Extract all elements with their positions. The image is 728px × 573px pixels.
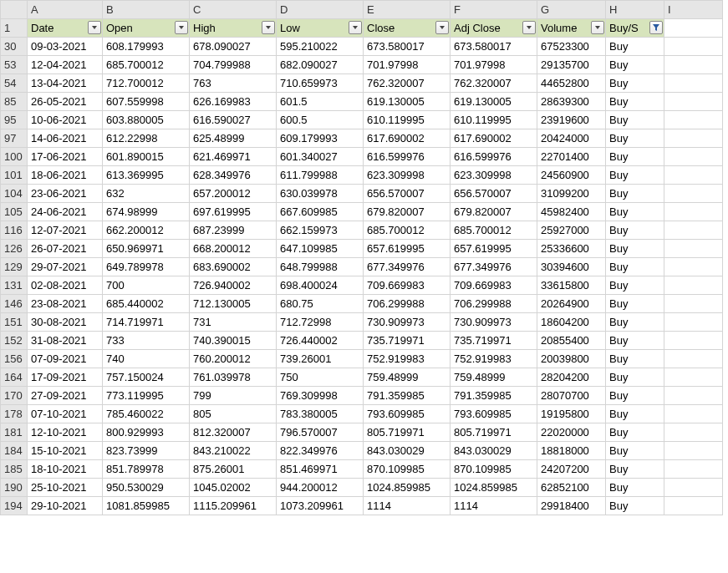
cell-low[interactable]: 769.309998 [277,387,364,405]
cell-close[interactable]: 616.599976 [364,148,451,166]
cell-empty[interactable] [664,313,723,332]
cell-open[interactable]: 650.969971 [103,240,190,258]
row-header[interactable]: 184 [1,442,28,460]
cell-low[interactable]: 750 [277,368,364,387]
cell-open[interactable]: 607.559998 [103,93,190,111]
cell-close[interactable]: 706.299988 [364,295,451,313]
cell-date[interactable]: 02-08-2021 [28,276,103,295]
cell-empty[interactable] [664,56,723,74]
cell-open[interactable]: 603.880005 [103,111,190,129]
cell-empty[interactable] [664,460,723,479]
cell-adjclose[interactable]: 843.030029 [451,442,537,460]
cell-close[interactable]: 656.570007 [364,185,451,203]
cell-low[interactable]: 662.159973 [277,221,364,240]
cell-buys[interactable]: Buy [606,460,664,479]
cell-high[interactable]: 760.200012 [190,350,277,368]
col-header-a[interactable]: A [28,1,103,19]
header-cell-volume[interactable]: Volume [537,19,606,38]
cell-open[interactable]: 712.700012 [103,74,190,93]
cell-close[interactable]: 673.580017 [364,38,451,56]
cell-empty[interactable] [664,74,723,93]
header-cell-buy-s[interactable]: Buy/S [606,19,664,38]
cell-open[interactable]: 785.460022 [103,405,190,423]
row-header[interactable]: 146 [1,295,28,313]
cell-adjclose[interactable]: 805.719971 [451,423,537,442]
row-header[interactable]: 104 [1,185,28,203]
cell-low[interactable]: 783.380005 [277,405,364,423]
row-header[interactable]: 1 [1,19,28,38]
cell-volume[interactable]: 67523300 [537,38,606,56]
cell-volume[interactable]: 28070700 [537,387,606,405]
cell-open[interactable]: 851.789978 [103,460,190,479]
cell-date[interactable]: 29-10-2021 [28,497,103,515]
cell-low[interactable]: 851.469971 [277,460,364,479]
cell-volume[interactable]: 18818000 [537,442,606,460]
cell-adjclose[interactable]: 617.690002 [451,129,537,148]
cell-adjclose[interactable]: 793.609985 [451,405,537,423]
cell-date[interactable]: 26-07-2021 [28,240,103,258]
row-header[interactable]: 95 [1,111,28,129]
cell-low[interactable]: 944.200012 [277,479,364,497]
cell-volume[interactable]: 33615800 [537,276,606,295]
cell-buys[interactable]: Buy [606,276,664,295]
cell-low[interactable]: 710.659973 [277,74,364,93]
cell-adjclose[interactable]: 1114 [451,497,537,515]
cell-close[interactable]: 759.48999 [364,368,451,387]
row-header[interactable]: 85 [1,93,28,111]
cell-empty[interactable] [664,258,723,276]
cell-empty[interactable] [664,332,723,350]
cell-date[interactable]: 23-06-2021 [28,185,103,203]
cell-empty[interactable] [664,166,723,185]
row-header[interactable]: 156 [1,350,28,368]
col-header-f[interactable]: F [451,1,537,19]
row-header[interactable]: 181 [1,423,28,442]
cell-date[interactable]: 12-10-2021 [28,423,103,442]
cell-high[interactable]: 843.210022 [190,442,277,460]
cell-volume[interactable]: 29918400 [537,497,606,515]
cell-open[interactable]: 612.22998 [103,129,190,148]
cell-low[interactable]: 796.570007 [277,423,364,442]
cell-high[interactable]: 805 [190,405,277,423]
cell-volume[interactable]: 20264900 [537,295,606,313]
cell-open[interactable]: 685.700012 [103,56,190,74]
cell-empty[interactable] [664,111,723,129]
filter-dropdown-icon[interactable] [591,21,604,34]
cell-close[interactable]: 679.820007 [364,203,451,221]
cell-empty[interactable] [664,185,723,203]
cell-low[interactable]: 648.799988 [277,258,364,276]
cell-buys[interactable]: Buy [606,479,664,497]
cell-adjclose[interactable]: 735.719971 [451,332,537,350]
row-header[interactable]: 97 [1,129,28,148]
cell-high[interactable]: 621.469971 [190,148,277,166]
cell-high[interactable]: 761.039978 [190,368,277,387]
spreadsheet-grid[interactable]: A B C D E F G H I 1DateOpenHighLowCloseA… [0,0,723,515]
col-header-i[interactable]: I [664,1,723,19]
col-header-e[interactable]: E [364,1,451,19]
cell-high[interactable]: 704.799988 [190,56,277,74]
row-header[interactable]: 164 [1,368,28,387]
cell-buys[interactable]: Buy [606,74,664,93]
cell-close[interactable]: 870.109985 [364,460,451,479]
cell-high[interactable]: 726.940002 [190,276,277,295]
cell-volume[interactable]: 23919600 [537,111,606,129]
cell-high[interactable]: 812.320007 [190,423,277,442]
cell-low[interactable]: 667.609985 [277,203,364,221]
filter-dropdown-icon[interactable] [435,21,449,34]
row-header[interactable]: 126 [1,240,28,258]
cell-adjclose[interactable]: 701.97998 [451,56,537,74]
cell-adjclose[interactable]: 656.570007 [451,185,537,203]
row-header[interactable]: 190 [1,479,28,497]
header-cell-adj-close[interactable]: Adj Close [451,19,537,38]
cell-close[interactable]: 677.349976 [364,258,451,276]
cell-volume[interactable]: 18604200 [537,313,606,332]
cell-high[interactable]: 1045.02002 [190,479,277,497]
cell-high[interactable]: 712.130005 [190,295,277,313]
cell-open[interactable]: 662.200012 [103,221,190,240]
cell-buys[interactable]: Buy [606,240,664,258]
cell-adjclose[interactable]: 673.580017 [451,38,537,56]
cell-high[interactable]: 616.590027 [190,111,277,129]
cell-date[interactable]: 24-06-2021 [28,203,103,221]
cell-date[interactable]: 13-04-2021 [28,74,103,93]
cell-high[interactable]: 731 [190,313,277,332]
cell-open[interactable]: 700 [103,276,190,295]
